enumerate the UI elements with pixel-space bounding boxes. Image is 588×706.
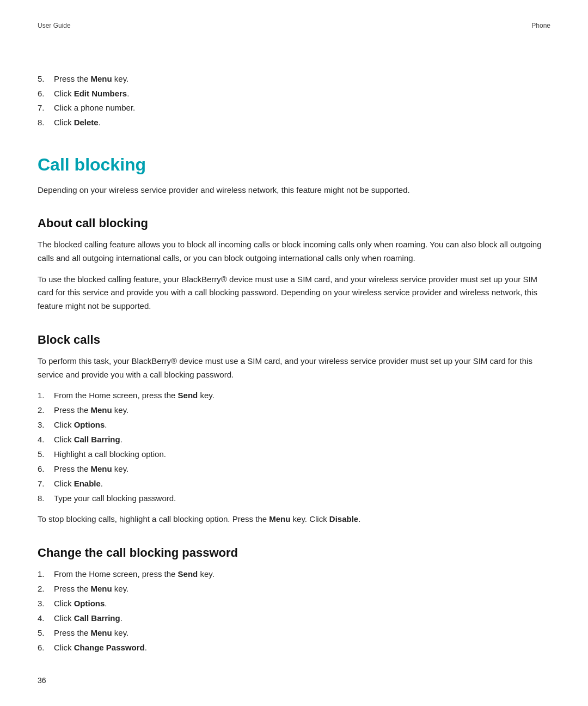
list-item-text: Highlight a call blocking option.: [54, 448, 166, 461]
list-item-text: Click a phone number.: [54, 102, 135, 114]
list-item-text: Click Change Password.: [54, 641, 147, 654]
block-calls-intro: To perform this task, your BlackBerry® d…: [38, 355, 550, 382]
header-right: Phone: [531, 22, 550, 29]
list-num: 6.: [38, 88, 54, 100]
list-num: 6.: [38, 641, 54, 654]
list-item: 7. Click Enable.: [38, 477, 550, 490]
list-item: 4. Click Call Barring.: [38, 612, 550, 625]
list-item-text: Press the Menu key.: [54, 462, 128, 476]
list-item: 4. Click Call Barring.: [38, 433, 550, 446]
list-item-text: Click Delete.: [54, 117, 101, 129]
header-left: User Guide: [38, 22, 71, 29]
about-section-title: About call blocking: [38, 216, 550, 230]
list-item-text: Click Call Barring.: [54, 433, 122, 446]
main-section-intro: Depending on your wireless service provi…: [38, 184, 550, 197]
intro-list: 5. Press the Menu key. 6. Click Edit Num…: [38, 73, 550, 129]
block-calls-list: 1. From the Home screen, press the Send …: [38, 389, 550, 505]
list-num: 8.: [38, 117, 54, 129]
list-item-text: Press the Menu key.: [54, 404, 128, 417]
list-num: 6.: [38, 462, 54, 476]
list-item-text: Click Call Barring.: [54, 612, 122, 625]
list-item-text: Click Options.: [54, 418, 107, 431]
about-section-para2: To use the blocked calling feature, your…: [38, 273, 550, 313]
list-num: 8.: [38, 492, 54, 505]
list-item: 2. Press the Menu key.: [38, 404, 550, 417]
list-item-text: Press the Menu key.: [54, 626, 128, 640]
list-item-text: Click Options.: [54, 597, 107, 610]
list-item: 6. Click Edit Numbers.: [38, 88, 550, 100]
change-password-title: Change the call blocking password: [38, 546, 550, 560]
list-item-text: Click Edit Numbers.: [54, 88, 129, 100]
list-item: 8. Type your call blocking password.: [38, 492, 550, 505]
list-item: 7. Click a phone number.: [38, 102, 550, 114]
list-item: 2. Press the Menu key.: [38, 582, 550, 595]
list-item-text: Press the Menu key.: [54, 73, 128, 86]
list-num: 2.: [38, 404, 54, 417]
list-num: 7.: [38, 477, 54, 490]
list-num: 5.: [38, 73, 54, 86]
about-section-para1: The blocked calling feature allows you t…: [38, 238, 550, 265]
list-item: 3. Click Options.: [38, 597, 550, 610]
list-num: 3.: [38, 597, 54, 610]
list-num: 5.: [38, 448, 54, 461]
page-footer: 36: [38, 676, 46, 685]
list-item: 1. From the Home screen, press the Send …: [38, 389, 550, 402]
block-calls-title: Block calls: [38, 333, 550, 347]
list-num: 2.: [38, 582, 54, 595]
about-section: About call blocking The blocked calling …: [38, 216, 550, 313]
list-item: 5. Highlight a call blocking option.: [38, 448, 550, 461]
block-calls-section: Block calls To perform this task, your B…: [38, 333, 550, 526]
page-container: User Guide Phone 5. Press the Menu key. …: [0, 0, 588, 706]
list-item: 3. Click Options.: [38, 418, 550, 431]
change-password-list: 1. From the Home screen, press the Send …: [38, 568, 550, 654]
page-header: User Guide Phone: [38, 22, 550, 29]
list-item: 1. From the Home screen, press the Send …: [38, 568, 550, 581]
list-num: 1.: [38, 389, 54, 402]
list-num: 5.: [38, 626, 54, 640]
list-item-text: Press the Menu key.: [54, 582, 128, 595]
list-item: 8. Click Delete.: [38, 117, 550, 129]
list-num: 4.: [38, 612, 54, 625]
list-item-text: Click Enable.: [54, 477, 103, 490]
main-section-title: Call blocking: [38, 155, 550, 175]
list-item: 6. Click Change Password.: [38, 641, 550, 654]
page-number: 36: [38, 676, 46, 685]
list-item: 6. Press the Menu key.: [38, 462, 550, 476]
list-item: 5. Press the Menu key.: [38, 73, 550, 86]
list-num: 1.: [38, 568, 54, 581]
list-num: 7.: [38, 102, 54, 114]
list-num: 4.: [38, 433, 54, 446]
list-item-text: Type your call blocking password.: [54, 492, 176, 505]
change-password-section: Change the call blocking password 1. Fro…: [38, 546, 550, 654]
list-item: 5. Press the Menu key.: [38, 626, 550, 640]
block-calls-stop-note: To stop blocking calls, highlight a call…: [38, 513, 550, 526]
list-item-text: From the Home screen, press the Send key…: [54, 389, 215, 402]
list-item-text: From the Home screen, press the Send key…: [54, 568, 215, 581]
list-num: 3.: [38, 418, 54, 431]
